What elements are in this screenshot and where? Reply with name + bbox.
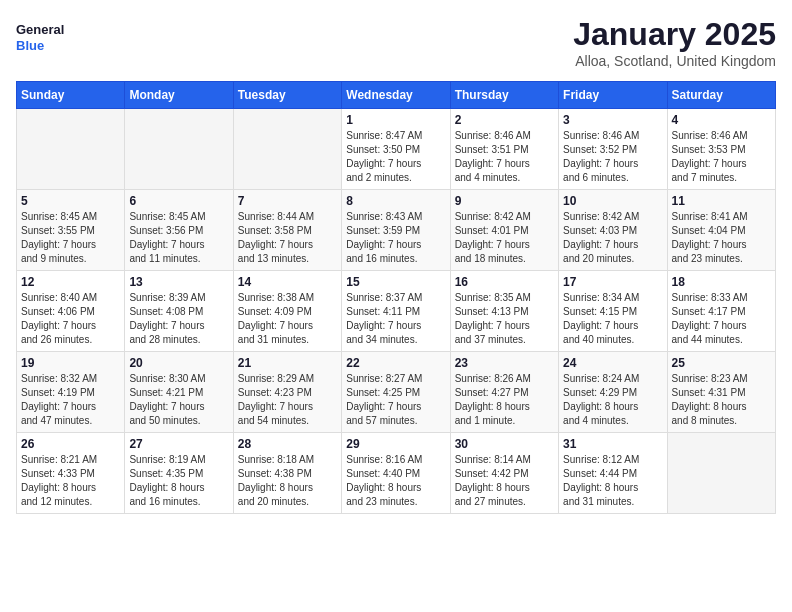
day-info: Sunrise: 8:23 AM Sunset: 4:31 PM Dayligh… [672, 372, 771, 428]
day-number: 8 [346, 194, 445, 208]
day-number: 26 [21, 437, 120, 451]
table-row: 25Sunrise: 8:23 AM Sunset: 4:31 PM Dayli… [667, 352, 775, 433]
table-row: 19Sunrise: 8:32 AM Sunset: 4:19 PM Dayli… [17, 352, 125, 433]
day-number: 20 [129, 356, 228, 370]
table-row: 4Sunrise: 8:46 AM Sunset: 3:53 PM Daylig… [667, 109, 775, 190]
table-row: 26Sunrise: 8:21 AM Sunset: 4:33 PM Dayli… [17, 433, 125, 514]
table-row: 22Sunrise: 8:27 AM Sunset: 4:25 PM Dayli… [342, 352, 450, 433]
day-info: Sunrise: 8:12 AM Sunset: 4:44 PM Dayligh… [563, 453, 662, 509]
day-info: Sunrise: 8:16 AM Sunset: 4:40 PM Dayligh… [346, 453, 445, 509]
table-row: 17Sunrise: 8:34 AM Sunset: 4:15 PM Dayli… [559, 271, 667, 352]
day-number: 4 [672, 113, 771, 127]
table-row [233, 109, 341, 190]
table-row: 21Sunrise: 8:29 AM Sunset: 4:23 PM Dayli… [233, 352, 341, 433]
calendar-week-row: 19Sunrise: 8:32 AM Sunset: 4:19 PM Dayli… [17, 352, 776, 433]
day-number: 17 [563, 275, 662, 289]
day-number: 13 [129, 275, 228, 289]
day-info: Sunrise: 8:33 AM Sunset: 4:17 PM Dayligh… [672, 291, 771, 347]
calendar-table: Sunday Monday Tuesday Wednesday Thursday… [16, 81, 776, 514]
day-number: 7 [238, 194, 337, 208]
day-number: 29 [346, 437, 445, 451]
day-info: Sunrise: 8:47 AM Sunset: 3:50 PM Dayligh… [346, 129, 445, 185]
day-number: 3 [563, 113, 662, 127]
day-number: 25 [672, 356, 771, 370]
calendar-header-row: Sunday Monday Tuesday Wednesday Thursday… [17, 82, 776, 109]
col-tuesday: Tuesday [233, 82, 341, 109]
table-row: 2Sunrise: 8:46 AM Sunset: 3:51 PM Daylig… [450, 109, 558, 190]
table-row: 5Sunrise: 8:45 AM Sunset: 3:55 PM Daylig… [17, 190, 125, 271]
day-info: Sunrise: 8:21 AM Sunset: 4:33 PM Dayligh… [21, 453, 120, 509]
day-number: 5 [21, 194, 120, 208]
calendar-week-row: 1Sunrise: 8:47 AM Sunset: 3:50 PM Daylig… [17, 109, 776, 190]
col-monday: Monday [125, 82, 233, 109]
day-number: 16 [455, 275, 554, 289]
col-sunday: Sunday [17, 82, 125, 109]
table-row [125, 109, 233, 190]
day-info: Sunrise: 8:44 AM Sunset: 3:58 PM Dayligh… [238, 210, 337, 266]
table-row: 7Sunrise: 8:44 AM Sunset: 3:58 PM Daylig… [233, 190, 341, 271]
table-row: 11Sunrise: 8:41 AM Sunset: 4:04 PM Dayli… [667, 190, 775, 271]
table-row: 27Sunrise: 8:19 AM Sunset: 4:35 PM Dayli… [125, 433, 233, 514]
day-number: 10 [563, 194, 662, 208]
table-row: 28Sunrise: 8:18 AM Sunset: 4:38 PM Dayli… [233, 433, 341, 514]
title-block: January 2025 Alloa, Scotland, United Kin… [573, 16, 776, 69]
table-row: 29Sunrise: 8:16 AM Sunset: 4:40 PM Dayli… [342, 433, 450, 514]
day-info: Sunrise: 8:18 AM Sunset: 4:38 PM Dayligh… [238, 453, 337, 509]
day-number: 6 [129, 194, 228, 208]
table-row: 18Sunrise: 8:33 AM Sunset: 4:17 PM Dayli… [667, 271, 775, 352]
day-info: Sunrise: 8:26 AM Sunset: 4:27 PM Dayligh… [455, 372, 554, 428]
day-info: Sunrise: 8:35 AM Sunset: 4:13 PM Dayligh… [455, 291, 554, 347]
day-info: Sunrise: 8:34 AM Sunset: 4:15 PM Dayligh… [563, 291, 662, 347]
table-row: 31Sunrise: 8:12 AM Sunset: 4:44 PM Dayli… [559, 433, 667, 514]
day-info: Sunrise: 8:41 AM Sunset: 4:04 PM Dayligh… [672, 210, 771, 266]
day-info: Sunrise: 8:46 AM Sunset: 3:53 PM Dayligh… [672, 129, 771, 185]
col-wednesday: Wednesday [342, 82, 450, 109]
col-thursday: Thursday [450, 82, 558, 109]
day-info: Sunrise: 8:43 AM Sunset: 3:59 PM Dayligh… [346, 210, 445, 266]
day-number: 14 [238, 275, 337, 289]
day-info: Sunrise: 8:29 AM Sunset: 4:23 PM Dayligh… [238, 372, 337, 428]
table-row: 1Sunrise: 8:47 AM Sunset: 3:50 PM Daylig… [342, 109, 450, 190]
table-row: 15Sunrise: 8:37 AM Sunset: 4:11 PM Dayli… [342, 271, 450, 352]
svg-text:General: General [16, 22, 64, 37]
table-row: 16Sunrise: 8:35 AM Sunset: 4:13 PM Dayli… [450, 271, 558, 352]
svg-text:Blue: Blue [16, 38, 44, 53]
calendar-week-row: 12Sunrise: 8:40 AM Sunset: 4:06 PM Dayli… [17, 271, 776, 352]
table-row [667, 433, 775, 514]
day-number: 30 [455, 437, 554, 451]
location-subtitle: Alloa, Scotland, United Kingdom [573, 53, 776, 69]
day-number: 31 [563, 437, 662, 451]
day-info: Sunrise: 8:42 AM Sunset: 4:01 PM Dayligh… [455, 210, 554, 266]
table-row: 12Sunrise: 8:40 AM Sunset: 4:06 PM Dayli… [17, 271, 125, 352]
day-number: 22 [346, 356, 445, 370]
day-info: Sunrise: 8:32 AM Sunset: 4:19 PM Dayligh… [21, 372, 120, 428]
col-saturday: Saturday [667, 82, 775, 109]
day-info: Sunrise: 8:30 AM Sunset: 4:21 PM Dayligh… [129, 372, 228, 428]
calendar-week-row: 26Sunrise: 8:21 AM Sunset: 4:33 PM Dayli… [17, 433, 776, 514]
day-number: 15 [346, 275, 445, 289]
day-info: Sunrise: 8:27 AM Sunset: 4:25 PM Dayligh… [346, 372, 445, 428]
day-info: Sunrise: 8:38 AM Sunset: 4:09 PM Dayligh… [238, 291, 337, 347]
table-row: 9Sunrise: 8:42 AM Sunset: 4:01 PM Daylig… [450, 190, 558, 271]
table-row: 6Sunrise: 8:45 AM Sunset: 3:56 PM Daylig… [125, 190, 233, 271]
table-row: 8Sunrise: 8:43 AM Sunset: 3:59 PM Daylig… [342, 190, 450, 271]
day-number: 24 [563, 356, 662, 370]
day-info: Sunrise: 8:46 AM Sunset: 3:51 PM Dayligh… [455, 129, 554, 185]
logo: General Blue [16, 16, 66, 61]
day-number: 27 [129, 437, 228, 451]
table-row: 20Sunrise: 8:30 AM Sunset: 4:21 PM Dayli… [125, 352, 233, 433]
page-header: General Blue January 2025 Alloa, Scotlan… [16, 16, 776, 69]
day-number: 9 [455, 194, 554, 208]
table-row: 14Sunrise: 8:38 AM Sunset: 4:09 PM Dayli… [233, 271, 341, 352]
day-number: 28 [238, 437, 337, 451]
day-info: Sunrise: 8:45 AM Sunset: 3:56 PM Dayligh… [129, 210, 228, 266]
day-info: Sunrise: 8:46 AM Sunset: 3:52 PM Dayligh… [563, 129, 662, 185]
day-number: 23 [455, 356, 554, 370]
day-info: Sunrise: 8:37 AM Sunset: 4:11 PM Dayligh… [346, 291, 445, 347]
logo-icon: General Blue [16, 16, 66, 61]
day-number: 19 [21, 356, 120, 370]
day-info: Sunrise: 8:40 AM Sunset: 4:06 PM Dayligh… [21, 291, 120, 347]
calendar-week-row: 5Sunrise: 8:45 AM Sunset: 3:55 PM Daylig… [17, 190, 776, 271]
table-row: 3Sunrise: 8:46 AM Sunset: 3:52 PM Daylig… [559, 109, 667, 190]
day-number: 11 [672, 194, 771, 208]
